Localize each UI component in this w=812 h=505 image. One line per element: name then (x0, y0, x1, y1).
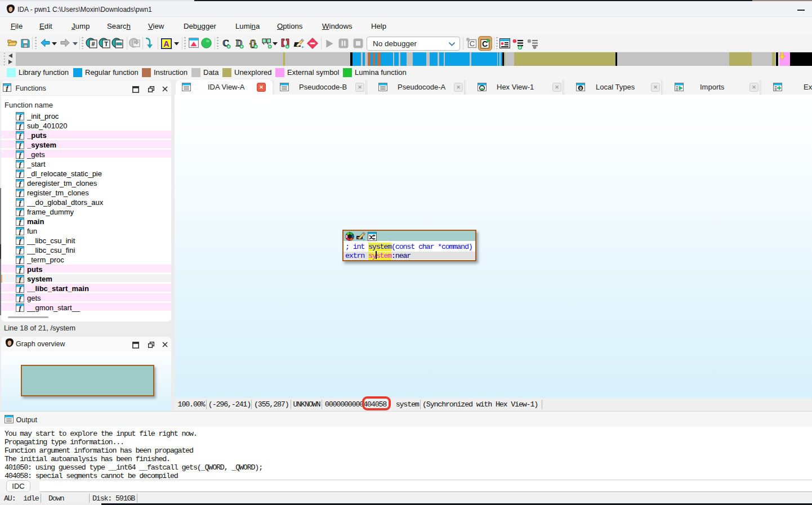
svg-text:C: C (482, 39, 488, 48)
svg-text:C: C (470, 39, 475, 48)
svg-text:A: A (163, 39, 169, 48)
svg-text:T: T (104, 41, 108, 47)
svg-text:#: # (91, 41, 95, 47)
svg-text:0: 0 (579, 86, 582, 91)
